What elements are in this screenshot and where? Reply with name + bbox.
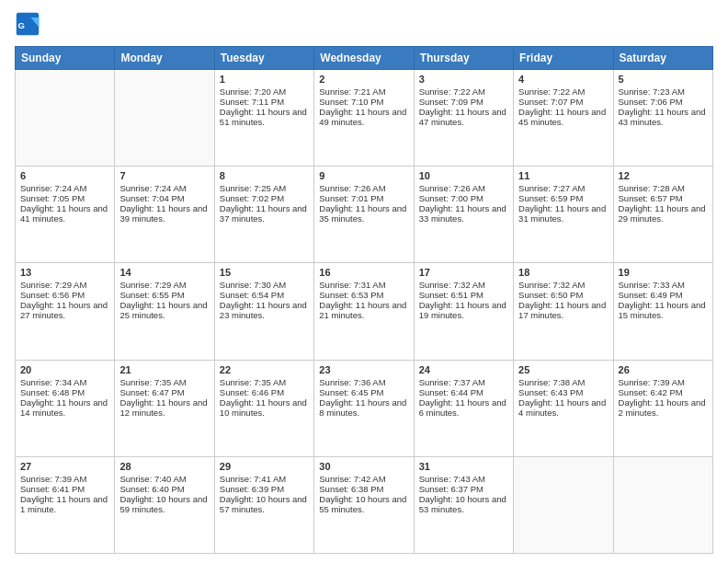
day-cell: 4Sunrise: 7:22 AMSunset: 7:07 PMDaylight… (514, 70, 613, 167)
day-cell (514, 456, 613, 553)
day-number: 24 (419, 364, 508, 375)
day-info: Sunset: 7:09 PM (419, 97, 508, 107)
day-cell: 25Sunrise: 7:38 AMSunset: 6:43 PMDayligh… (514, 360, 613, 456)
day-info: Sunrise: 7:41 AM (220, 474, 309, 484)
day-cell: 13Sunrise: 7:29 AMSunset: 6:56 PMDayligh… (16, 263, 115, 360)
day-info: Sunrise: 7:24 AM (20, 183, 109, 193)
day-number: 7 (119, 170, 209, 181)
day-info: Daylight: 11 hours and 1 minute. (20, 494, 109, 514)
day-info: Sunset: 6:38 PM (319, 484, 408, 494)
day-info: Sunrise: 7:23 AM (619, 86, 708, 97)
day-cell: 7Sunrise: 7:24 AMSunset: 7:04 PMDaylight… (115, 167, 214, 263)
day-number: 16 (319, 267, 408, 278)
day-cell: 21Sunrise: 7:35 AMSunset: 6:47 PMDayligh… (115, 360, 214, 456)
day-cell: 9Sunrise: 7:26 AMSunset: 7:01 PMDaylight… (314, 167, 414, 263)
day-info: Sunrise: 7:32 AM (518, 280, 608, 290)
day-cell: 20Sunrise: 7:34 AMSunset: 6:48 PMDayligh… (16, 360, 115, 456)
day-info: Sunset: 6:43 PM (518, 387, 608, 397)
day-info: Daylight: 11 hours and 21 minutes. (319, 300, 408, 320)
day-cell: 15Sunrise: 7:30 AMSunset: 6:54 PMDayligh… (214, 263, 313, 360)
col-header-friday: Friday (514, 47, 613, 70)
day-number: 30 (319, 461, 408, 472)
day-cell: 10Sunrise: 7:26 AMSunset: 7:00 PMDayligh… (414, 167, 513, 263)
day-info: Sunset: 7:04 PM (119, 193, 209, 203)
day-info: Daylight: 11 hours and 27 minutes. (20, 300, 109, 320)
day-info: Daylight: 11 hours and 2 minutes. (619, 397, 708, 418)
day-cell: 22Sunrise: 7:35 AMSunset: 6:46 PMDayligh… (214, 360, 313, 456)
day-info: Sunset: 6:47 PM (119, 387, 209, 397)
day-info: Sunrise: 7:32 AM (419, 280, 508, 290)
day-info: Sunrise: 7:24 AM (119, 183, 209, 193)
day-info: Daylight: 11 hours and 17 minutes. (518, 300, 608, 320)
day-info: Daylight: 11 hours and 35 minutes. (319, 203, 408, 224)
week-row-5: 27Sunrise: 7:39 AMSunset: 6:41 PMDayligh… (16, 456, 713, 553)
day-cell: 31Sunrise: 7:43 AMSunset: 6:37 PMDayligh… (414, 456, 513, 553)
day-info: Sunrise: 7:21 AM (319, 86, 408, 97)
day-info: Daylight: 11 hours and 19 minutes. (419, 300, 508, 320)
day-info: Sunset: 7:10 PM (319, 97, 408, 107)
day-info: Sunrise: 7:29 AM (119, 280, 209, 290)
day-cell: 24Sunrise: 7:37 AMSunset: 6:44 PMDayligh… (414, 360, 513, 456)
day-info: Sunrise: 7:40 AM (119, 474, 209, 484)
day-cell: 23Sunrise: 7:36 AMSunset: 6:45 PMDayligh… (314, 360, 414, 456)
col-header-monday: Monday (115, 47, 214, 70)
day-number: 5 (619, 74, 708, 85)
day-info: Sunset: 6:41 PM (20, 484, 109, 494)
day-info: Sunrise: 7:20 AM (220, 86, 309, 97)
day-info: Sunset: 7:02 PM (220, 193, 309, 203)
day-cell: 29Sunrise: 7:41 AMSunset: 6:39 PMDayligh… (214, 456, 313, 553)
week-row-4: 20Sunrise: 7:34 AMSunset: 6:48 PMDayligh… (16, 360, 713, 456)
week-row-3: 13Sunrise: 7:29 AMSunset: 6:56 PMDayligh… (16, 263, 713, 360)
day-info: Daylight: 11 hours and 47 minutes. (419, 107, 508, 127)
day-info: Sunrise: 7:42 AM (319, 474, 408, 484)
day-info: Sunrise: 7:27 AM (518, 183, 608, 193)
day-cell: 2Sunrise: 7:21 AMSunset: 7:10 PMDaylight… (314, 70, 414, 167)
day-number: 12 (619, 170, 708, 181)
day-cell: 3Sunrise: 7:22 AMSunset: 7:09 PMDaylight… (414, 70, 513, 167)
week-row-2: 6Sunrise: 7:24 AMSunset: 7:05 PMDaylight… (16, 167, 713, 263)
day-info: Sunset: 6:37 PM (419, 484, 508, 494)
week-row-1: 1Sunrise: 7:20 AMSunset: 7:11 PMDaylight… (16, 70, 713, 167)
day-number: 9 (319, 170, 408, 181)
day-number: 10 (419, 170, 508, 181)
day-info: Sunrise: 7:43 AM (419, 474, 508, 484)
day-cell: 19Sunrise: 7:33 AMSunset: 6:49 PMDayligh… (613, 263, 712, 360)
day-info: Sunset: 6:44 PM (419, 387, 508, 397)
day-info: Sunrise: 7:38 AM (518, 377, 608, 387)
day-number: 28 (119, 461, 209, 472)
day-info: Sunset: 6:49 PM (619, 290, 708, 300)
day-info: Sunrise: 7:36 AM (319, 377, 408, 387)
day-cell: 8Sunrise: 7:25 AMSunset: 7:02 PMDaylight… (214, 167, 313, 263)
day-info: Daylight: 11 hours and 39 minutes. (119, 203, 209, 224)
day-cell: 18Sunrise: 7:32 AMSunset: 6:50 PMDayligh… (514, 263, 613, 360)
day-info: Sunrise: 7:35 AM (220, 377, 309, 387)
day-info: Sunrise: 7:22 AM (419, 86, 508, 97)
day-info: Daylight: 11 hours and 33 minutes. (419, 203, 508, 224)
day-info: Daylight: 11 hours and 41 minutes. (20, 203, 109, 224)
day-number: 21 (119, 364, 209, 375)
day-info: Daylight: 11 hours and 51 minutes. (220, 107, 309, 127)
day-info: Daylight: 11 hours and 14 minutes. (20, 397, 109, 418)
day-number: 15 (220, 267, 309, 278)
day-number: 4 (518, 74, 608, 85)
day-number: 3 (419, 74, 508, 85)
day-info: Sunset: 7:00 PM (419, 193, 508, 203)
day-info: Sunset: 6:55 PM (119, 290, 209, 300)
day-number: 11 (518, 170, 608, 181)
day-info: Daylight: 10 hours and 57 minutes. (220, 494, 309, 514)
day-cell: 14Sunrise: 7:29 AMSunset: 6:55 PMDayligh… (115, 263, 214, 360)
day-cell: 5Sunrise: 7:23 AMSunset: 7:06 PMDaylight… (613, 70, 712, 167)
day-number: 14 (119, 267, 209, 278)
day-info: Sunrise: 7:33 AM (619, 280, 708, 290)
day-number: 8 (220, 170, 309, 181)
day-info: Sunset: 6:50 PM (518, 290, 608, 300)
header-row: SundayMondayTuesdayWednesdayThursdayFrid… (16, 47, 713, 70)
day-info: Sunrise: 7:28 AM (619, 183, 708, 193)
day-info: Sunrise: 7:35 AM (119, 377, 209, 387)
day-info: Daylight: 11 hours and 15 minutes. (619, 300, 708, 320)
day-cell: 26Sunrise: 7:39 AMSunset: 6:42 PMDayligh… (613, 360, 712, 456)
day-info: Sunrise: 7:34 AM (20, 377, 109, 387)
day-number: 20 (20, 364, 109, 375)
day-info: Sunset: 6:54 PM (220, 290, 309, 300)
col-header-thursday: Thursday (414, 47, 513, 70)
